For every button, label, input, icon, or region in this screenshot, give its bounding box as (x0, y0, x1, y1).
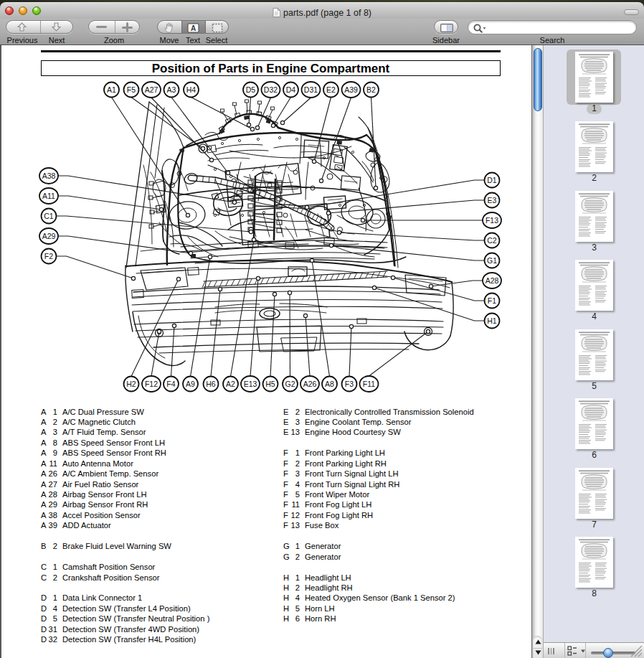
svg-text:H4: H4 (186, 85, 196, 94)
svg-text:A27: A27 (145, 85, 158, 94)
svg-text:H6: H6 (206, 380, 216, 388)
svg-text:F12: F12 (145, 380, 158, 388)
svg-text:F5: F5 (127, 85, 136, 94)
svg-text:D4: D4 (286, 85, 296, 94)
svg-text:A8: A8 (325, 380, 334, 388)
svg-text:H2: H2 (126, 380, 136, 388)
svg-text:A38: A38 (42, 171, 56, 180)
svg-text:A39: A39 (344, 85, 358, 94)
svg-text:B2: B2 (366, 85, 376, 94)
svg-text:A28: A28 (486, 276, 499, 285)
svg-text:C1: C1 (44, 212, 54, 220)
svg-text:A29: A29 (42, 232, 56, 240)
svg-text:E2: E2 (326, 85, 336, 94)
svg-text:F4: F4 (166, 380, 175, 388)
svg-text:A2: A2 (226, 380, 235, 388)
svg-text:G1: G1 (487, 256, 497, 265)
svg-text:F3: F3 (345, 380, 354, 388)
svg-text:A3: A3 (167, 85, 176, 94)
svg-text:E3: E3 (488, 196, 497, 205)
svg-text:A1: A1 (107, 85, 116, 94)
svg-text:A: A (191, 24, 196, 32)
svg-text:F13: F13 (486, 216, 498, 225)
svg-text:F2: F2 (44, 252, 53, 260)
svg-text:C2: C2 (487, 236, 497, 245)
svg-text:D5: D5 (246, 85, 256, 94)
svg-text:A26: A26 (303, 380, 317, 388)
svg-text:F11: F11 (363, 380, 375, 388)
svg-text:F1: F1 (488, 296, 496, 305)
svg-text:D1: D1 (487, 176, 497, 184)
svg-text:H5: H5 (265, 380, 275, 388)
svg-text:D32: D32 (264, 85, 278, 94)
svg-text:D31: D31 (304, 85, 318, 94)
svg-text:A11: A11 (42, 192, 55, 200)
svg-text:H1: H1 (487, 316, 497, 325)
svg-text:E13: E13 (244, 380, 257, 388)
svg-text:G2: G2 (285, 380, 295, 388)
svg-text:A9: A9 (186, 380, 195, 388)
